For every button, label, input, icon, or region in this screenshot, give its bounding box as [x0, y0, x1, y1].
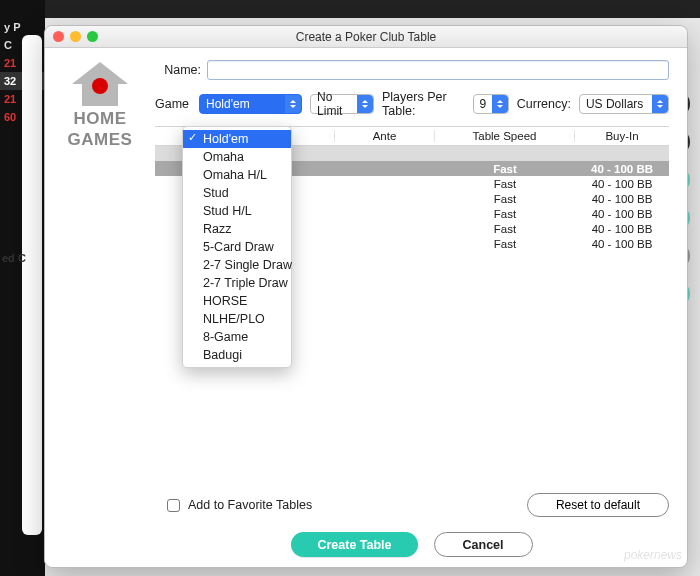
name-input[interactable]	[207, 60, 669, 80]
cell-speed: Fast	[435, 178, 575, 190]
cell-speed: Fast	[435, 238, 575, 250]
dropdown-item[interactable]: Stud H/L	[183, 202, 291, 220]
background-panel	[22, 35, 42, 535]
cell-buyin: 40 - 100 BB	[575, 193, 669, 205]
chevron-updown-icon	[357, 95, 373, 113]
game-label: Game	[155, 97, 191, 111]
col-table-speed[interactable]: Table Speed	[435, 130, 575, 142]
cell-buyin: 40 - 100 BB	[575, 208, 669, 220]
dialog-window: Create a Poker Club Table HOME GAMES Nam…	[44, 25, 688, 568]
dropdown-item[interactable]: Stud	[183, 184, 291, 202]
dropdown-item[interactable]: Omaha	[183, 148, 291, 166]
dropdown-item[interactable]: 2-7 Single Draw	[183, 256, 291, 274]
players-per-table-select[interactable]: 9	[473, 94, 509, 114]
titlebar: Create a Poker Club Table	[45, 26, 687, 48]
logo-text-1: HOME	[54, 110, 146, 127]
players-per-table-label: Players Per Table:	[382, 90, 465, 118]
cell-speed: Fast	[435, 208, 575, 220]
dropdown-item[interactable]: HORSE	[183, 292, 291, 310]
watermark: pokernews	[624, 548, 682, 562]
dropdown-item[interactable]: Razz	[183, 220, 291, 238]
col-ante[interactable]: Ante	[335, 130, 435, 142]
background-text: ed C	[2, 252, 26, 264]
currency-label: Currency:	[517, 97, 571, 111]
checkbox-icon	[167, 499, 180, 512]
dropdown-item[interactable]: 8-Game	[183, 328, 291, 346]
col-buy-in[interactable]: Buy-In	[575, 130, 669, 142]
cell-speed: Fast	[435, 163, 575, 175]
cell-buyin: 40 - 100 BB	[575, 238, 669, 250]
cell-buyin: 40 - 100 BB	[575, 178, 669, 190]
game-select[interactable]: Hold'em	[199, 94, 302, 114]
window-title: Create a Poker Club Table	[45, 30, 687, 44]
chevron-updown-icon	[492, 95, 508, 113]
reset-button[interactable]: Reset to default	[527, 493, 669, 517]
name-label: Name:	[155, 63, 201, 77]
cell-speed: Fast	[435, 223, 575, 235]
dropdown-item[interactable]: 2-7 Triple Draw	[183, 274, 291, 292]
dropdown-item[interactable]: 5-Card Draw	[183, 238, 291, 256]
create-table-button[interactable]: Create Table	[291, 532, 417, 557]
dropdown-item[interactable]: Hold'em	[183, 130, 291, 148]
dropdown-item[interactable]: NLHE/PLO	[183, 310, 291, 328]
logo-sidebar: HOME GAMES	[45, 48, 155, 567]
chevron-updown-icon	[285, 95, 301, 113]
home-games-logo-icon	[72, 62, 128, 106]
logo-text-2: GAMES	[54, 131, 146, 148]
background-row: y P	[0, 18, 45, 36]
cancel-button[interactable]: Cancel	[434, 532, 533, 557]
limit-select[interactable]: No Limit	[310, 94, 374, 114]
cell-buyin: 40 - 100 BB	[575, 163, 669, 175]
currency-select[interactable]: US Dollars	[579, 94, 669, 114]
cell-buyin: 40 - 100 BB	[575, 223, 669, 235]
dropdown-item[interactable]: Omaha H/L	[183, 166, 291, 184]
chevron-updown-icon	[652, 95, 668, 113]
dropdown-item[interactable]: Badugi	[183, 346, 291, 364]
add-favorite-label: Add to Favorite Tables	[188, 498, 312, 512]
add-favorite-checkbox[interactable]: Add to Favorite Tables	[167, 498, 312, 512]
cell-speed: Fast	[435, 193, 575, 205]
game-dropdown-menu[interactable]: Hold'emOmahaOmaha H/LStudStud H/LRazz5-C…	[182, 126, 292, 368]
